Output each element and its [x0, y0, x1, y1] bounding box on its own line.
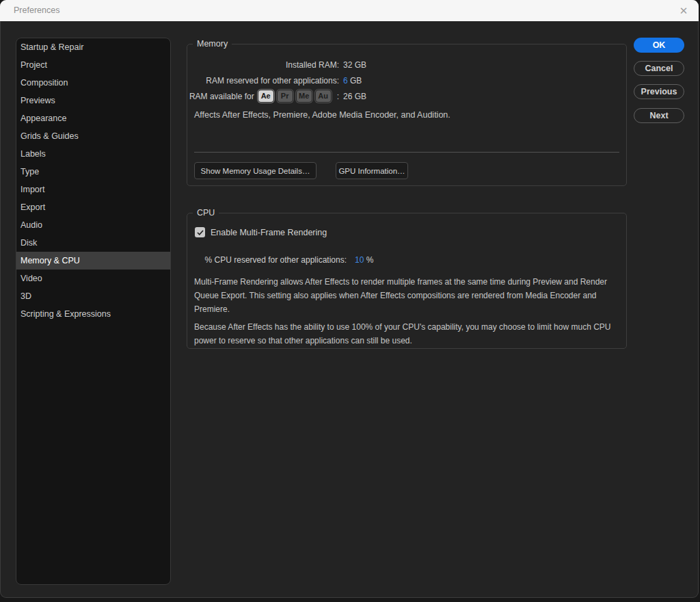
installed-ram-row: Installed RAM: 32 GB	[194, 57, 619, 73]
sidebar-item-disk[interactable]: Disk	[16, 234, 170, 252]
sidebar-item-startup-repair[interactable]: Startup & Repair	[16, 38, 170, 56]
cpu-group-legend: CPU	[193, 208, 219, 218]
previous-button[interactable]: Previous	[634, 84, 684, 99]
sidebar-item-audio[interactable]: Audio	[16, 216, 170, 234]
ram-available-row: RAM available for AePrMeAu : 26 GB	[194, 88, 619, 104]
after-effects-badge-icon[interactable]: Ae	[258, 90, 273, 102]
cpu-group: CPU Enable Multi-Frame Rendering % CPU r…	[187, 213, 627, 349]
preferences-category-list: Startup & RepairProjectCompositionPrevie…	[16, 38, 171, 585]
sidebar-item-composition[interactable]: Composition	[16, 74, 170, 92]
ram-available-label: RAM available for	[189, 92, 254, 101]
premiere-badge-icon[interactable]: Pr	[278, 90, 293, 102]
cpu-reserved-value: 10 %	[355, 255, 373, 265]
ok-button[interactable]: OK	[634, 38, 684, 53]
sidebar-item-appearance[interactable]: Appearance	[16, 109, 170, 127]
close-icon[interactable]: ✕	[675, 3, 692, 19]
sidebar-item-grids-guides[interactable]: Grids & Guides	[16, 127, 170, 145]
cpu-paragraph-2: Because After Effects has the ability to…	[194, 320, 619, 348]
installed-ram-value: 32 GB	[343, 60, 366, 70]
memory-group: Memory Installed RAM: 32 GB RAM reserved…	[187, 44, 627, 186]
cpu-reserved-row: % CPU reserved for other applications: 1…	[194, 252, 373, 267]
ram-reserved-row: RAM reserved for other applications: 6 G…	[194, 73, 619, 88]
next-button[interactable]: Next	[634, 108, 684, 123]
cpu-reserved-number[interactable]: 10	[355, 255, 364, 265]
sidebar-item-import[interactable]: Import	[16, 181, 170, 198]
sidebar-item-3d[interactable]: 3D	[16, 287, 170, 305]
cpu-description: Multi-Frame Rendering allows After Effec…	[194, 275, 619, 348]
sidebar-item-export[interactable]: Export	[16, 198, 170, 216]
multi-frame-rendering-label: Enable Multi-Frame Rendering	[211, 228, 327, 237]
sidebar-item-video[interactable]: Video	[16, 270, 170, 287]
sidebar-item-labels[interactable]: Labels	[16, 145, 170, 163]
show-memory-usage-details-button[interactable]: Show Memory Usage Details…	[194, 162, 317, 179]
ram-available-value: 26 GB	[343, 92, 366, 101]
ram-reserved-label: RAM reserved for other applications:	[194, 76, 339, 86]
ram-reserved-value: 6 GB	[343, 76, 362, 86]
window-title: Preferences	[14, 0, 59, 21]
memory-affects-note: Affects After Effects, Premiere, Adobe M…	[194, 110, 450, 120]
audition-badge-icon[interactable]: Au	[316, 90, 331, 102]
ram-reserved-number[interactable]: 6	[343, 76, 348, 86]
memory-divider	[194, 152, 619, 153]
multi-frame-rendering-row: Enable Multi-Frame Rendering	[195, 227, 327, 237]
sidebar-item-type[interactable]: Type	[16, 163, 170, 181]
gpu-information-button[interactable]: GPU Information…	[336, 162, 408, 179]
sidebar-item-scripting-expressions[interactable]: Scripting & Expressions	[16, 305, 170, 323]
cpu-paragraph-1: Multi-Frame Rendering allows After Effec…	[194, 275, 619, 316]
sidebar-item-project[interactable]: Project	[16, 56, 170, 74]
sidebar-item-previews[interactable]: Previews	[16, 92, 170, 109]
sidebar-item-memory-cpu[interactable]: Memory & CPU	[16, 252, 170, 270]
memory-group-legend: Memory	[193, 39, 232, 49]
titlebar: Preferences ✕	[0, 0, 699, 21]
cpu-reserved-label: % CPU reserved for other applications:	[194, 255, 347, 265]
preferences-dialog: Preferences ✕ Startup & RepairProjectCom…	[0, 0, 699, 598]
media-encoder-badge-icon[interactable]: Me	[297, 90, 312, 102]
installed-ram-label: Installed RAM:	[194, 60, 339, 70]
multi-frame-rendering-checkbox[interactable]	[195, 227, 205, 237]
cancel-button[interactable]: Cancel	[634, 61, 684, 76]
